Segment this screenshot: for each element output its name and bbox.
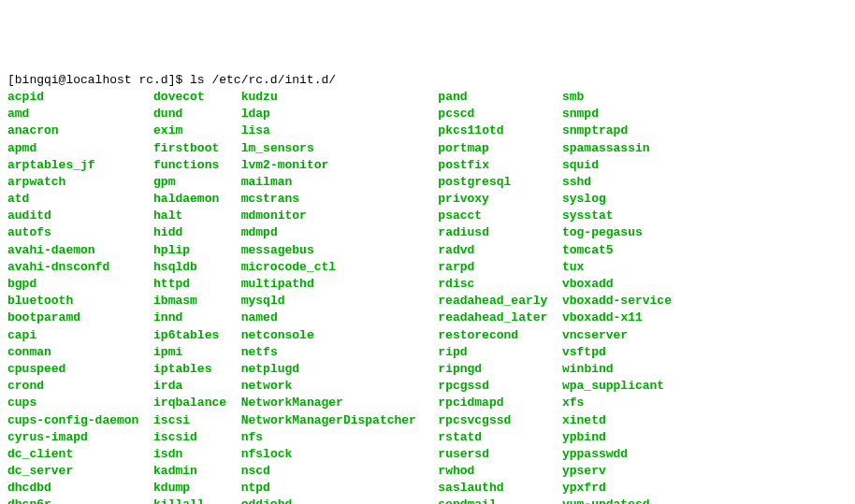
- file-entry: crond: [7, 379, 44, 393]
- column-gap: [65, 175, 153, 189]
- column-gap: [36, 328, 153, 342]
- file-entry: mysqld: [241, 294, 285, 308]
- file-entry: avahi-dnsconfd: [7, 260, 109, 274]
- file-entry: lm_sensors: [241, 141, 314, 155]
- column-gap: [182, 345, 240, 359]
- file-entry: amd: [7, 107, 29, 121]
- column-gap: [489, 158, 562, 172]
- listing-row: arptables_jf functions lvm2-monitor post…: [7, 157, 848, 174]
- file-entry: mcstrans: [241, 192, 299, 206]
- column-gap: [109, 260, 153, 274]
- file-entry: vsftpd: [562, 345, 606, 359]
- file-entry: cups: [7, 396, 36, 410]
- file-entry: arptables_jf: [7, 158, 95, 172]
- column-gap: [270, 481, 438, 495]
- file-entry: sysstat: [562, 209, 614, 223]
- file-entry: cyrus-imapd: [7, 430, 88, 444]
- file-entry: multipathd: [241, 277, 314, 291]
- column-gap: [197, 260, 241, 274]
- file-entry: ibmasm: [153, 294, 197, 308]
- file-entry: hsqldb: [153, 260, 197, 274]
- file-entry: capi: [7, 328, 36, 342]
- column-gap: [190, 481, 241, 495]
- listing-row: dhcdbd kdump ntpd saslauthd ypxfrd: [7, 480, 848, 497]
- listing-row: anacron exim lisa pkcs11otd snmptrapd: [7, 122, 848, 139]
- column-gap: [292, 379, 438, 393]
- column-gap: [182, 447, 240, 461]
- column-gap: [278, 310, 439, 324]
- column-gap: [95, 243, 153, 257]
- file-entry: radvd: [438, 243, 474, 257]
- file-entry: rpcsvcgssd: [438, 413, 511, 427]
- file-entry: bootparamd: [7, 310, 80, 324]
- file-entry: oddjobd: [241, 497, 293, 504]
- file-entry: mdmpd: [241, 225, 278, 239]
- file-entry: apmd: [7, 141, 36, 155]
- file-entry: pand: [438, 90, 467, 104]
- column-gap: [263, 430, 438, 444]
- file-entry: restorecond: [438, 328, 518, 342]
- file-entry: kudzu: [241, 90, 278, 104]
- column-gap: [504, 123, 562, 137]
- column-gap: [175, 175, 240, 189]
- column-gap: [88, 430, 153, 444]
- column-gap: [482, 430, 562, 444]
- listing-row: autofs hidd mdmpd radiusd tog-pegasus: [7, 224, 848, 241]
- column-gap: [299, 362, 438, 376]
- column-gap: [292, 497, 438, 504]
- column-gap: [73, 447, 153, 461]
- column-gap: [416, 413, 438, 427]
- file-entry: rusersd: [438, 447, 489, 461]
- listing-row: apmd firstboot lm_sensors portmap spamas…: [7, 140, 848, 157]
- column-gap: [190, 277, 241, 291]
- file-entry: pcscd: [438, 107, 474, 121]
- file-entry: xfs: [562, 396, 584, 410]
- listing-row: dc_server kadmin nscd rwhod ypserv: [7, 463, 848, 480]
- file-entry: cups-config-daemon: [7, 413, 138, 427]
- listing-row: avahi-daemon hplip messagebus radvd tomc…: [7, 242, 848, 259]
- column-gap: [51, 209, 153, 223]
- column-gap: [474, 260, 562, 274]
- column-gap: [182, 310, 240, 324]
- column-gap: [278, 345, 439, 359]
- file-entry: ypbind: [562, 430, 606, 444]
- column-gap: [73, 464, 153, 478]
- file-entry: avahi-daemon: [7, 243, 95, 257]
- column-gap: [292, 175, 438, 189]
- column-gap: [29, 192, 153, 206]
- column-gap: [226, 396, 241, 410]
- column-gap: [270, 464, 438, 478]
- column-gap: [314, 277, 439, 291]
- column-gap: [314, 328, 439, 342]
- column-gap: [44, 379, 153, 393]
- column-gap: [73, 294, 153, 308]
- listing-row: crond irda network rpcgssd wpa_supplican…: [7, 378, 848, 395]
- file-entry: gpm: [153, 175, 175, 189]
- file-entry: bluetooth: [7, 294, 73, 308]
- column-gap: [489, 379, 562, 393]
- file-entry: snmptrapd: [562, 123, 628, 137]
- column-gap: [36, 277, 153, 291]
- file-entry: spamassassin: [562, 141, 650, 155]
- file-entry: wpa_supplicant: [562, 379, 664, 393]
- column-gap: [504, 481, 562, 495]
- column-gap: [314, 141, 439, 155]
- column-gap: [314, 243, 439, 257]
- column-gap: [307, 209, 438, 223]
- column-gap: [219, 141, 240, 155]
- file-entry: tux: [562, 260, 584, 274]
- file-entry: acpid: [7, 90, 44, 104]
- file-entry: irqbalance: [153, 396, 226, 410]
- file-entry: exim: [153, 123, 182, 137]
- file-entry: nfslock: [241, 447, 293, 461]
- file-entry: postgresql: [438, 175, 511, 189]
- file-entry: ldap: [241, 107, 270, 121]
- file-entry: dund: [153, 107, 182, 121]
- file-entry: ripd: [438, 345, 467, 359]
- column-gap: [489, 141, 562, 155]
- file-entry: rarpd: [438, 260, 474, 274]
- listing-row: acpid dovecot kudzu pand smb: [7, 89, 848, 106]
- file-entry: rdisc: [438, 277, 474, 291]
- file-entry: vncserver: [562, 328, 628, 342]
- column-gap: [182, 107, 240, 121]
